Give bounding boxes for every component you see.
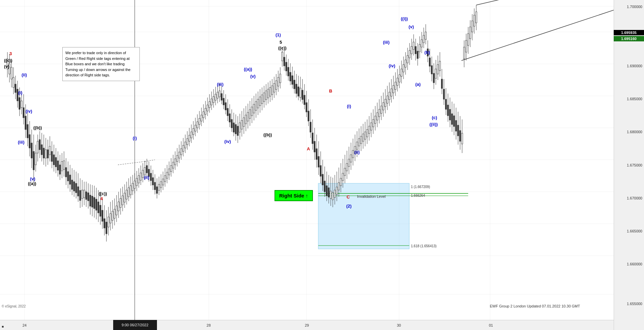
svg-rect-477 (461, 133, 463, 144)
svg-rect-113 (94, 197, 95, 209)
price-1685000: 1.685000 (627, 97, 642, 101)
svg-rect-95 (75, 183, 77, 193)
svg-rect-195 (176, 155, 178, 161)
svg-rect-325 (308, 111, 309, 121)
svg-rect-299 (282, 52, 283, 61)
svg-rect-283 (265, 91, 267, 100)
x-label-30: 30 (397, 323, 401, 327)
svg-rect-93 (73, 182, 75, 191)
svg-rect-37 (17, 89, 18, 101)
svg-rect-305 (288, 67, 289, 76)
svg-rect-197 (179, 152, 180, 158)
svg-rect-263 (245, 115, 247, 124)
svg-rect-73 (53, 155, 55, 165)
svg-rect-111 (92, 196, 93, 207)
svg-rect-121 (102, 210, 103, 221)
svg-rect-167 (148, 169, 150, 177)
svg-rect-465 (449, 109, 451, 120)
svg-rect-265 (247, 112, 249, 121)
svg-rect-133 (114, 209, 115, 218)
svg-rect-85 (65, 168, 67, 177)
svg-rect-33 (13, 77, 14, 87)
svg-rect-57 (37, 141, 38, 153)
svg-rect-35 (15, 84, 16, 93)
price-1700000: 1.700000 (627, 5, 642, 9)
svg-rect-375 (358, 139, 360, 146)
chart-area: ((i)) (v) (iii) (b) (iv) (a) (i) (ii) (c… (0, 0, 614, 320)
svg-rect-173 (154, 182, 156, 190)
bottom-left-area: ■ (2, 325, 4, 328)
svg-rect-389 (373, 119, 374, 127)
x-label-date: 9:00 06/27/2022 (113, 320, 157, 330)
right-side-label: Right Side ↑ (279, 193, 308, 198)
svg-rect-457 (441, 79, 443, 88)
svg-rect-59 (39, 140, 40, 150)
svg-rect-297 (280, 74, 281, 83)
svg-rect-393 (377, 113, 378, 120)
svg-rect-237 (219, 91, 220, 97)
svg-rect-241 (223, 98, 224, 105)
svg-rect-257 (239, 123, 240, 132)
svg-rect-461 (445, 99, 447, 109)
svg-rect-281 (263, 93, 265, 102)
svg-rect-269 (251, 107, 253, 116)
level1-label: 1 (1.667209) (411, 185, 430, 189)
svg-rect-349 (332, 192, 333, 200)
svg-rect-409 (393, 85, 394, 93)
svg-rect-267 (249, 110, 251, 118)
price-1675000: 1.675000 (627, 163, 642, 167)
svg-rect-433 (417, 51, 418, 59)
svg-rect-203 (185, 142, 186, 148)
svg-rect-125 (106, 222, 107, 234)
svg-rect-229 (211, 99, 212, 105)
svg-rect-451 (435, 69, 437, 78)
svg-rect-43 (23, 108, 24, 118)
price-axis: 1.700000 1.695000 1.690000 1.685000 1.68… (614, 0, 644, 330)
svg-rect-219 (201, 115, 202, 121)
svg-rect-255 (237, 126, 238, 136)
svg-rect-45 (25, 116, 26, 130)
svg-rect-187 (168, 169, 170, 175)
svg-rect-169 (150, 173, 152, 181)
svg-rect-193 (174, 159, 176, 165)
svg-rect-397 (381, 106, 382, 113)
svg-rect-401 (385, 99, 386, 107)
svg-rect-27 (7, 59, 8, 69)
svg-rect-165 (146, 166, 148, 173)
svg-rect-171 (152, 178, 154, 185)
svg-rect-181 (162, 179, 164, 185)
svg-rect-467 (451, 114, 453, 124)
svg-rect-321 (304, 95, 305, 105)
svg-rect-157 (138, 176, 139, 183)
svg-rect-385 (368, 126, 370, 134)
svg-rect-231 (213, 97, 214, 103)
x-axis: 24 9:00 06/27/2022 28 29 30 01 (0, 320, 614, 330)
svg-rect-159 (140, 173, 141, 180)
svg-rect-377 (360, 136, 362, 144)
svg-rect-273 (255, 102, 257, 110)
svg-rect-413 (397, 78, 398, 85)
svg-rect-69 (49, 146, 51, 155)
svg-rect-199 (181, 149, 182, 155)
svg-rect-233 (215, 94, 216, 100)
svg-rect-319 (302, 90, 303, 100)
svg-rect-361 (344, 168, 346, 176)
svg-rect-61 (41, 145, 42, 155)
svg-rect-357 (340, 178, 342, 186)
svg-rect-287 (269, 87, 271, 96)
svg-rect-403 (387, 96, 388, 103)
svg-rect-223 (205, 108, 206, 114)
svg-rect-345 (328, 188, 329, 197)
svg-rect-365 (348, 159, 350, 167)
svg-rect-359 (342, 173, 344, 181)
svg-rect-105 (86, 192, 87, 199)
svg-rect-371 (354, 146, 356, 154)
svg-rect-177 (158, 184, 160, 190)
svg-rect-205 (187, 139, 188, 145)
svg-rect-179 (160, 182, 162, 188)
svg-rect-191 (172, 162, 174, 168)
svg-rect-183 (164, 176, 166, 182)
svg-rect-115 (96, 199, 97, 210)
svg-rect-153 (134, 181, 135, 188)
x-label-29: 29 (305, 323, 309, 327)
